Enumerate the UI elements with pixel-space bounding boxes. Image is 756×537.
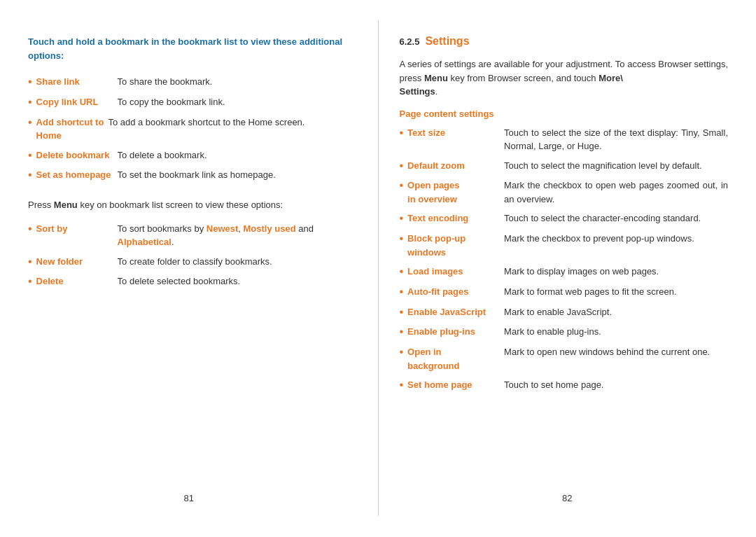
bullet-icon: • (400, 265, 404, 279)
setting-auto-fit: • Auto-fit pages Mark to format web page… (400, 285, 729, 300)
desc-copy-link: To copy the bookmark link. (118, 95, 225, 109)
desc-text-size: Touch to select the size of the text dis… (504, 126, 728, 153)
page-container: Touch and hold a bookmark in the bookmar… (0, 0, 756, 537)
bullet-icon: • (400, 285, 404, 300)
desc-delete-bookmark: To delete a bookmark. (118, 148, 207, 162)
desc-set-homepage: Touch to set home page. (504, 378, 603, 392)
list-item-new-folder: • New folder To create folder to classif… (28, 255, 357, 270)
setting-text-size: • Text size Touch to select the size of … (400, 126, 729, 153)
bullet-icon: • (400, 232, 404, 246)
setting-default-zoom: • Default zoom Touch to select the magni… (400, 159, 729, 174)
bullet-icon: • (28, 168, 32, 183)
desc-delete: To delete selected bookmarks. (118, 274, 241, 288)
term-add-shortcut: Add shortcut toHome (36, 116, 104, 143)
desc-block-popup: Mark the checkbox to prevent pop-up wind… (504, 232, 694, 246)
left-page: Touch and hold a bookmark in the bookmar… (0, 21, 379, 516)
desc-add-shortcut: To add a bookmark shortcut to the Home s… (108, 116, 304, 130)
bullet-icon: • (400, 126, 404, 141)
section-number: 6.2.5 (400, 36, 420, 47)
desc-auto-fit: Mark to format web pages to fit the scre… (504, 285, 676, 299)
bullet-icon: • (28, 222, 32, 237)
desc-text-encoding: Touch to select the character-encoding s… (504, 211, 701, 225)
term-open-pages: Open pagesin overview (407, 179, 498, 206)
list-item: • Share link To share the bookmark. (28, 75, 357, 90)
term-load-images: Load images (407, 265, 498, 279)
desc-share-link: To share the bookmark. (118, 75, 213, 89)
bullet-icon: • (28, 75, 32, 90)
bullet-icon: • (400, 378, 404, 393)
setting-load-images: • Load images Mark to display images on … (400, 265, 729, 279)
setting-text-encoding: • Text encoding Touch to select the char… (400, 211, 729, 226)
list-item-sort: • Sort by To sort bookmarks by Newest, M… (28, 222, 357, 249)
desc-set-homepage: To set the bookmark link as homepage. (118, 168, 276, 182)
term-text-size: Text size (407, 126, 498, 140)
bullet-icon: • (28, 274, 32, 289)
term-enable-plugins: Enable plug-ins (407, 325, 498, 339)
list-item: • Delete bookmark To delete a bookmark. (28, 148, 357, 163)
bullet-icon: • (400, 179, 404, 193)
desc-sort-by: To sort bookmarks by Newest, Mostly used… (118, 222, 357, 249)
bullet-icon: • (400, 325, 404, 340)
term-open-background: Open inbackground (407, 345, 498, 372)
setting-block-popup: • Block pop-upwindows Mark the checkbox … (400, 232, 729, 259)
bullet-icon: • (28, 148, 32, 163)
desc-load-images: Mark to display images on web pages. (504, 265, 659, 279)
term-auto-fit: Auto-fit pages (407, 285, 498, 299)
list-item: • Set as homepage To set the bookmark li… (28, 168, 357, 183)
menu-options-list: • Sort by To sort bookmarks by Newest, M… (28, 222, 357, 295)
settings-intro: A series of settings are available for y… (400, 57, 729, 99)
term-share-link: Share link (36, 75, 113, 89)
term-set-homepage: Set as homepage (36, 168, 113, 182)
bullet-icon: • (400, 159, 404, 174)
desc-default-zoom: Touch to select the magnification level … (504, 159, 702, 173)
desc-open-pages: Mark the checkbox to open web pages zoom… (504, 179, 728, 206)
section-title: Settings (425, 35, 469, 48)
term-text-encoding: Text encoding (407, 211, 498, 225)
term-set-homepage: Set home page (407, 378, 498, 392)
left-intro: Touch and hold a bookmark in the bookmar… (28, 35, 357, 62)
desc-open-background: Mark to open new windows behind the curr… (504, 345, 710, 359)
term-delete: Delete (36, 274, 113, 288)
term-enable-js: Enable JavaScript (407, 305, 498, 319)
term-default-zoom: Default zoom (407, 159, 498, 173)
setting-open-background: • Open inbackground Mark to open new win… (400, 345, 729, 372)
bullet-icon: • (28, 95, 32, 110)
page-number-left: 81 (184, 493, 194, 503)
term-copy-link: Copy link URL (36, 95, 113, 109)
bullet-icon: • (400, 305, 404, 320)
setting-enable-plugins: • Enable plug-ins Mark to enable plug-in… (400, 325, 729, 340)
desc-enable-plugins: Mark to enable plug-ins. (504, 325, 601, 339)
list-item: • Copy link URL To copy the bookmark lin… (28, 95, 357, 110)
list-item-delete: • Delete To delete selected bookmarks. (28, 274, 357, 289)
settings-list: • Text size Touch to select the size of … (400, 126, 729, 399)
term-delete-bookmark: Delete bookmark (36, 148, 113, 162)
desc-enable-js: Mark to enable JavaScript. (504, 305, 612, 319)
bullet-icon: • (28, 255, 32, 270)
setting-open-pages: • Open pagesin overview Mark the checkbo… (400, 179, 729, 206)
settings-title-row: 6.2.5 Settings (400, 35, 729, 50)
bullet-icon: • (400, 345, 404, 360)
setting-enable-js: • Enable JavaScript Mark to enable JavaS… (400, 305, 729, 320)
bullet-icon: • (400, 211, 404, 226)
bullet-icon: • (28, 116, 32, 130)
right-page: 6.2.5 Settings A series of settings are … (379, 21, 757, 516)
term-block-popup: Block pop-upwindows (407, 232, 498, 259)
page-content-heading: Page content settings (400, 109, 729, 119)
page-number-right: 82 (562, 493, 572, 503)
list-item: • Add shortcut toHome To add a bookmark … (28, 116, 357, 143)
term-new-folder: New folder (36, 255, 113, 269)
menu-note: Press Menu key on bookmark list screen t… (28, 198, 357, 212)
bookmark-options-list: • Share link To share the bookmark. • Co… (28, 75, 357, 188)
setting-set-homepage: • Set home page Touch to set home page. (400, 378, 729, 393)
desc-new-folder: To create folder to classify bookmarks. (118, 255, 272, 269)
term-sort-by: Sort by (36, 222, 113, 236)
